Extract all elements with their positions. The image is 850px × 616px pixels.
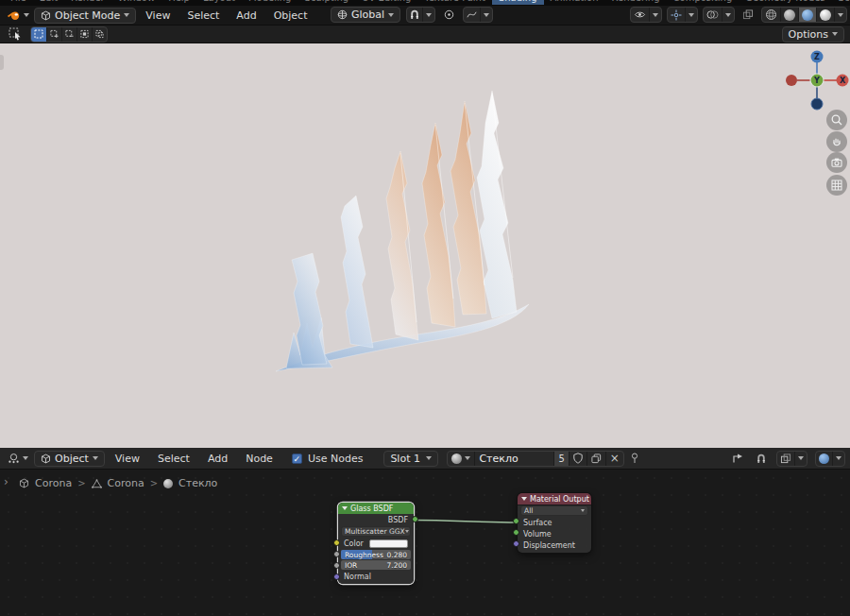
node-glass-bsdf[interactable]: Glass BSDF BSDF Multiscatter GGX Color R… [338, 503, 414, 584]
menu-select[interactable]: Select [179, 6, 227, 26]
topbar-menu-render[interactable]: Render [64, 0, 111, 5]
normal-input-socket[interactable] [333, 573, 340, 580]
editor-type-dropdown[interactable] [5, 451, 31, 467]
crystal-crown-object[interactable] [0, 43, 850, 448]
bsdf-output-socket[interactable] [412, 516, 418, 522]
xray-toggle[interactable] [740, 7, 756, 23]
target-dropdown[interactable]: All [520, 505, 588, 516]
node-menu-view[interactable]: View [108, 449, 147, 469]
snap-settings-dropdown[interactable] [422, 8, 434, 22]
material-name-field[interactable]: Стекло [474, 452, 553, 466]
breadcrumb-object[interactable]: Corona [108, 477, 144, 489]
node-overlays-toggle[interactable] [777, 452, 794, 466]
workspace-tab-rendering[interactable]: Rendering [604, 0, 666, 5]
node-snapping-toggle[interactable] [754, 451, 769, 467]
gizmo-dropdown[interactable] [685, 8, 697, 22]
fake-user-toggle[interactable] [569, 452, 586, 466]
3d-viewport[interactable]: Z X Y [0, 43, 850, 448]
collapse-triangle-icon[interactable] [342, 506, 348, 510]
workspace-tab-compositing[interactable]: Compositing [667, 0, 740, 5]
topbar-menu-window[interactable]: Window [111, 0, 162, 5]
navigation-gizmo[interactable]: Z X Y [782, 49, 850, 119]
use-nodes-checkbox[interactable]: ✓ Use Nodes [289, 451, 366, 467]
breadcrumb-material[interactable]: Стекло [178, 477, 217, 489]
roughness-input-socket[interactable] [333, 551, 340, 557]
node-overlays-dropdown[interactable] [794, 452, 807, 466]
distribution-dropdown[interactable]: Multiscatter GGX [341, 526, 411, 537]
workspace-tab-scripting[interactable]: Scripting [832, 0, 850, 5]
preview-shading-toggle[interactable] [816, 452, 832, 466]
falloff-dropdown[interactable] [464, 8, 480, 22]
ior-input-socket[interactable] [333, 562, 340, 569]
region-expand-arrow[interactable]: › [4, 475, 8, 488]
node-menu-select[interactable]: Select [150, 449, 197, 469]
menu-view[interactable]: View [138, 6, 178, 26]
workspace-tab-shading[interactable]: Shading [492, 0, 544, 5]
workspace-tab-texture-paint[interactable]: Texture Paint [417, 0, 492, 5]
gizmo-x-negative[interactable] [786, 75, 797, 86]
workspace-tab-layout[interactable]: Layout [196, 0, 242, 5]
shading-solid-button[interactable] [780, 8, 798, 22]
overlays-dropdown[interactable] [722, 8, 734, 22]
preview-shading-dropdown[interactable] [832, 452, 844, 466]
toggle-grid-button[interactable] [826, 175, 847, 196]
object-visibility-toggle[interactable] [631, 8, 649, 22]
collapse-triangle-icon[interactable] [521, 497, 527, 501]
select-mode-set[interactable] [31, 27, 46, 42]
select-mode-invert[interactable] [76, 27, 92, 42]
topbar-menu-file[interactable]: File [4, 0, 33, 5]
proportional-editing-toggle[interactable] [441, 7, 457, 23]
shader-type-dropdown[interactable]: Object [34, 451, 105, 467]
pin-toggle[interactable] [627, 451, 642, 467]
shading-dropdown[interactable] [834, 8, 846, 22]
select-mode-intersect[interactable] [92, 27, 107, 42]
workspace-tab-sculpting[interactable]: Sculpting [298, 0, 355, 5]
shader-node-editor[interactable]: › Corona > Corona > Стекло Glass BSDF BS… [0, 470, 850, 616]
menu-object[interactable]: Object [266, 6, 315, 26]
workspace-tab-uv-editing[interactable]: UV Editing [355, 0, 417, 5]
topbar-menu-help[interactable]: Help [162, 0, 196, 5]
falloff-chevron[interactable] [480, 8, 492, 22]
workspace-tab-animation[interactable]: Animation [544, 0, 605, 5]
surface-input-socket[interactable] [513, 518, 519, 524]
breadcrumb-scene[interactable]: Corona [35, 477, 72, 489]
browse-material-dropdown[interactable] [448, 452, 474, 466]
workspace-tab-modeling[interactable]: Modeling [242, 0, 298, 5]
pan-button[interactable] [826, 131, 847, 152]
material-slot-dropdown[interactable]: Slot 1 [383, 451, 438, 467]
options-dropdown[interactable]: Options [782, 26, 844, 43]
transform-orientation-dropdown[interactable]: Global [331, 7, 400, 23]
shading-material-button[interactable] [798, 8, 816, 22]
node-menu-node[interactable]: Node [238, 449, 280, 469]
node-material-output[interactable]: Material Output All Surface Volume Displ… [518, 493, 591, 553]
color-input-socket[interactable] [333, 539, 340, 546]
show-overlays-toggle[interactable] [704, 8, 722, 22]
camera-view-button[interactable] [826, 152, 847, 173]
menu-add[interactable]: Add [229, 6, 264, 26]
select-mode-subtract[interactable] [61, 27, 76, 42]
color-swatch[interactable] [369, 539, 408, 548]
volume-input-socket[interactable] [513, 529, 519, 536]
node-menu-add[interactable]: Add [200, 449, 235, 469]
snap-magnet-toggle[interactable] [407, 8, 422, 22]
show-gizmo-toggle[interactable] [668, 8, 685, 22]
select-mode-extend[interactable] [46, 27, 61, 42]
active-tool-button[interactable] [6, 26, 25, 43]
workspace-tab-geometry-nodes[interactable]: Geometry Nodes [739, 0, 831, 5]
topbar-menu-edit[interactable]: Edit [33, 0, 64, 5]
displacement-input-socket[interactable] [513, 540, 519, 547]
gizmo-z-negative[interactable] [811, 98, 823, 110]
ior-slider[interactable]: IOR 7.200 [341, 560, 411, 570]
node-header[interactable]: Material Output [518, 493, 591, 505]
new-material-button[interactable] [586, 452, 605, 466]
mode-dropdown[interactable]: Object Mode [34, 8, 136, 24]
go-to-parent-tree-button[interactable] [729, 451, 746, 467]
zoom-button[interactable] [826, 110, 847, 130]
roughness-slider[interactable]: Roughness 0.280 [341, 550, 411, 559]
editor-type-button[interactable] [4, 8, 32, 24]
node-header[interactable]: Glass BSDF [338, 503, 414, 514]
shading-wireframe-button[interactable] [762, 8, 780, 22]
material-users-button[interactable]: 5 [553, 452, 568, 466]
object-visibility-dropdown[interactable] [649, 8, 661, 22]
unlink-material-button[interactable]: × [605, 452, 623, 466]
